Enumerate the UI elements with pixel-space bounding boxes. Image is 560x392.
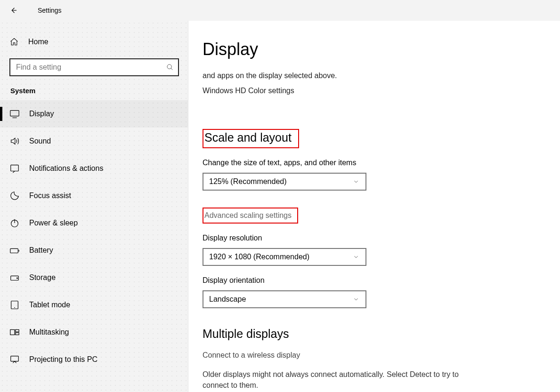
search-icon [162, 64, 178, 71]
sidebar-item-label: Multitasking [29, 328, 69, 336]
power-icon [9, 218, 20, 228]
back-button[interactable] [8, 5, 19, 16]
sidebar-nav: Display Sound Notifications & actions [0, 100, 188, 373]
notifications-icon [9, 163, 20, 174]
titlebar: Settings [0, 0, 560, 21]
hd-color-link[interactable]: Windows HD Color settings [203, 87, 546, 95]
sound-icon [9, 136, 20, 146]
search-box[interactable] [9, 58, 179, 76]
arrow-left-icon [9, 6, 18, 15]
scale-dropdown-value: 125% (Recommended) [209, 177, 287, 186]
orientation-label: Display orientation [203, 276, 546, 285]
sidebar-item-label: Display [29, 110, 54, 118]
sidebar-item-label: Storage [29, 273, 56, 282]
cropped-description: and apps on the display selected above. [203, 72, 546, 80]
multiple-displays-heading: Multiple displays [203, 327, 546, 341]
sidebar-item-tablet-mode[interactable]: Tablet mode [0, 291, 188, 319]
svg-point-0 [167, 64, 171, 69]
display-icon [9, 109, 20, 119]
content-area: Display and apps on the display selected… [188, 21, 560, 392]
svg-rect-1 [10, 111, 19, 116]
sidebar-item-notifications[interactable]: Notifications & actions [0, 155, 188, 182]
scroll-area: and apps on the display selected above. … [203, 72, 546, 392]
sidebar-item-display[interactable]: Display [0, 100, 188, 128]
chevron-down-icon [352, 178, 360, 185]
resolution-dropdown[interactable]: 1920 × 1080 (Recommended) [203, 248, 366, 266]
sidebar-group-label: System [0, 85, 188, 100]
chevron-down-icon [352, 253, 360, 261]
projecting-icon [9, 354, 20, 365]
nav-home-label: Home [28, 38, 49, 46]
sidebar-item-battery[interactable]: Battery [0, 237, 188, 264]
focus-assist-icon [9, 191, 20, 201]
sidebar-item-power-sleep[interactable]: Power & sleep [0, 209, 188, 237]
orientation-dropdown[interactable]: Landscape [203, 290, 366, 308]
battery-icon [9, 245, 20, 256]
wireless-display-link[interactable]: Connect to a wireless display [203, 351, 546, 360]
svg-rect-11 [11, 356, 19, 361]
sidebar-item-label: Focus assist [29, 192, 71, 200]
sidebar: Home System Display [0, 21, 188, 392]
storage-icon [9, 272, 20, 283]
svg-rect-4 [10, 248, 18, 253]
scale-dropdown[interactable]: 125% (Recommended) [203, 173, 366, 191]
sidebar-item-label: Power & sleep [29, 219, 78, 227]
search-input[interactable] [10, 59, 162, 75]
svg-rect-9 [16, 330, 19, 332]
sidebar-item-storage[interactable]: Storage [0, 264, 188, 291]
detect-description: Older displays might not always connect … [203, 369, 466, 391]
orientation-dropdown-value: Landscape [209, 295, 246, 304]
sidebar-item-label: Sound [29, 137, 51, 145]
tablet-icon [9, 300, 20, 310]
sidebar-item-projecting[interactable]: Projecting to this PC [0, 346, 188, 373]
sidebar-item-sound[interactable]: Sound [0, 128, 188, 155]
home-icon [9, 37, 19, 47]
svg-rect-5 [11, 276, 19, 280]
svg-rect-2 [11, 165, 19, 171]
sidebar-item-label: Tablet mode [29, 301, 70, 309]
multitasking-icon [9, 327, 20, 337]
page-title: Display [203, 40, 258, 59]
sidebar-item-label: Notifications & actions [29, 164, 103, 173]
svg-rect-10 [16, 333, 19, 335]
svg-rect-8 [10, 330, 15, 335]
advanced-scaling-link[interactable]: Advanced scaling settings [203, 208, 298, 224]
scale-label: Change the size of text, apps, and other… [203, 159, 546, 167]
sidebar-item-label: Projecting to this PC [29, 355, 97, 364]
scale-layout-heading: Scale and layout [203, 129, 299, 148]
sidebar-item-focus-assist[interactable]: Focus assist [0, 182, 188, 209]
resolution-dropdown-value: 1920 × 1080 (Recommended) [209, 253, 309, 261]
resolution-label: Display resolution [203, 234, 546, 242]
titlebar-title: Settings [38, 7, 62, 14]
svg-point-6 [17, 278, 18, 279]
nav-home[interactable]: Home [0, 30, 188, 54]
sidebar-item-multitasking[interactable]: Multitasking [0, 319, 188, 346]
sidebar-item-label: Battery [29, 246, 53, 255]
chevron-down-icon [352, 296, 360, 303]
